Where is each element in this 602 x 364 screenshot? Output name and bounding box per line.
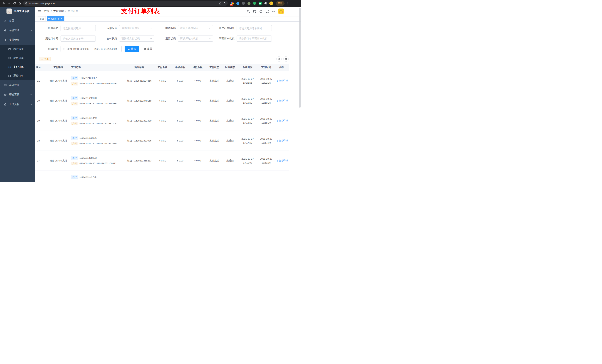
extension-icon-olive[interactable]	[247, 1, 251, 5]
merchant-order-no: 1635311468233	[79, 156, 97, 159]
reload-icon[interactable]	[13, 2, 16, 5]
view-detail-link[interactable]: 查看详情	[276, 99, 288, 103]
order-id: 19	[37, 119, 40, 122]
tab-pay-order[interactable]: 支付订单	[47, 16, 64, 21]
fee-amount: ¥ 0.00	[177, 119, 183, 122]
github-icon[interactable]	[253, 10, 256, 13]
pay-status: 支付成功	[210, 139, 219, 142]
extension-icon-green-check[interactable]	[252, 1, 256, 5]
breadcrumb-section[interactable]: 支付管理	[53, 10, 64, 13]
sidebar-item-infrastructure[interactable]: 基础设施	[0, 80, 35, 90]
update-button[interactable]: 更新	[276, 1, 285, 6]
sidebar-item-refund-order[interactable]: 退款订单	[0, 71, 35, 80]
extensions-puzzle-icon[interactable]	[264, 1, 268, 5]
view-detail-link[interactable]: 查看详情	[276, 159, 288, 162]
address-bar[interactable]: localhost:1024/pay/order	[23, 1, 228, 6]
filter-label: 渠道订单号	[37, 37, 61, 40]
logo-avatar	[7, 9, 12, 14]
fee-amount: ¥ 0.00	[177, 79, 183, 82]
caret-down-icon[interactable]	[287, 10, 289, 12]
lock-icon	[4, 103, 7, 106]
pay-status: 支付成功	[210, 79, 219, 83]
chevron-down-icon	[30, 104, 32, 105]
filter-label: 所属商户	[37, 27, 61, 30]
sidebar-item-workflow[interactable]: 工作流程	[0, 100, 35, 109]
sidebar-item-pay-order[interactable]: 支付订单	[0, 62, 35, 71]
order-id: 18	[37, 139, 40, 142]
search-button[interactable]: 搜索	[125, 46, 139, 52]
site-info-icon[interactable]	[25, 2, 28, 5]
merchant-order-no: 1635311949168	[79, 96, 97, 99]
help-icon[interactable]	[259, 10, 262, 13]
paid-time: 13:17:08	[261, 141, 271, 145]
reset-button[interactable]: 重置	[141, 46, 155, 52]
fee-amount: ¥ 0.00	[177, 139, 183, 142]
sidebar-collapse-icon[interactable]	[38, 10, 41, 13]
view-detail-link[interactable]: 查看详情	[276, 119, 288, 123]
create-time-range-picker[interactable]: 2021-10-01 00:00:00 - 2021-10-31 23:59:5…	[61, 46, 122, 52]
merchant-input[interactable]	[61, 25, 96, 31]
chevron-down-icon	[150, 27, 152, 29]
refresh-table-button[interactable]	[283, 56, 289, 62]
paid-date: 2021-10-27	[260, 157, 272, 161]
sidebar-item-devtools[interactable]: 研发工具	[0, 90, 35, 100]
filter-field-channel-order-no: 渠道订单号	[37, 35, 96, 42]
export-button[interactable]: 导出	[39, 57, 51, 62]
fullscreen-icon[interactable]	[266, 10, 269, 13]
notify-status-select[interactable]: 请选择订单回调商户状态	[236, 35, 272, 42]
pay-status-select[interactable]: 请选择支付状态	[119, 35, 154, 42]
bookmark-star-icon[interactable]	[223, 2, 226, 5]
extension-icon-gray[interactable]	[241, 1, 245, 5]
toggle-search-button[interactable]	[276, 56, 282, 62]
sidebar-item-app-info[interactable]: 应用信息	[0, 54, 35, 62]
breadcrumb-home[interactable]: 首页	[44, 10, 49, 13]
search-icon	[276, 100, 278, 102]
sidebar-item-system[interactable]: 系统管理	[0, 26, 35, 35]
toolbar-right-actions	[276, 56, 289, 62]
sidebar-item-home[interactable]: 首页	[0, 16, 35, 26]
created-date: 2021-10-27	[241, 97, 254, 101]
extension-icon-wechat[interactable]	[258, 1, 262, 5]
channel-code-select[interactable]: 请输入渠道编码	[178, 25, 213, 31]
user-avatar[interactable]	[278, 9, 284, 14]
merchant-order-no-input[interactable]	[236, 25, 272, 31]
share-icon[interactable]	[219, 2, 221, 5]
merchant-order-no: 1635312124657	[79, 77, 97, 79]
product-title: 标题：1635311468233	[127, 159, 151, 162]
close-icon[interactable]	[61, 18, 63, 20]
font-size-icon[interactable]	[272, 10, 275, 13]
forward-icon[interactable]	[8, 2, 11, 5]
created-time: 13:19:09	[243, 101, 252, 105]
payment-submenu: 商户信息 应用信息 支付订单 退款订单	[0, 45, 35, 80]
table-row: 18 微信 JSAPI 支付 商户1635311823086 支付4200001…	[35, 131, 289, 151]
sidebar-item-payment[interactable]: 支付管理	[0, 35, 35, 45]
extension-icon-colorful[interactable]: 10	[230, 1, 234, 5]
vertical-scrollbar[interactable]	[299, 8, 301, 108]
back-icon[interactable]	[2, 2, 5, 5]
created-time: 13:18:02	[243, 121, 252, 125]
app-select[interactable]: 请选择应用信息	[119, 25, 154, 31]
created-time: 13:11:08	[243, 161, 252, 165]
table-row: 17 微信 JSAPI 支付 商户1635311468233 支付4200001…	[35, 151, 289, 171]
sidebar-item-merchant-info[interactable]: 商户信息	[0, 45, 35, 54]
created-date: 2021-10-27	[241, 117, 254, 121]
home-icon[interactable]	[18, 2, 21, 5]
order-id: 17	[37, 159, 40, 162]
browser-profile-avatar[interactable]	[269, 1, 273, 5]
pay-order-no: 4200001194202110276752100612	[79, 162, 117, 165]
tab-home[interactable]: 首页	[38, 16, 46, 21]
search-icon[interactable]	[247, 10, 250, 13]
view-detail-link[interactable]: 查看详情	[276, 79, 288, 83]
fee-amount: ¥ 0.00	[177, 159, 183, 162]
pay-order-no: 4200001174202110278060590766	[79, 82, 117, 85]
document-icon	[8, 74, 11, 77]
browser-menu-icon[interactable]	[286, 2, 289, 5]
created-time: 13:22:05	[243, 81, 252, 85]
channel-order-no-input[interactable]	[61, 35, 96, 42]
refund-status-select[interactable]: 请选择退款状态	[178, 35, 213, 42]
chevron-down-icon	[30, 84, 32, 86]
view-detail-link[interactable]: 查看详情	[276, 139, 288, 142]
extension-icon-blue[interactable]	[236, 1, 240, 5]
product-title: 标题：1635311881439	[127, 119, 151, 123]
pay-amount: ¥ 0.01	[159, 99, 166, 102]
